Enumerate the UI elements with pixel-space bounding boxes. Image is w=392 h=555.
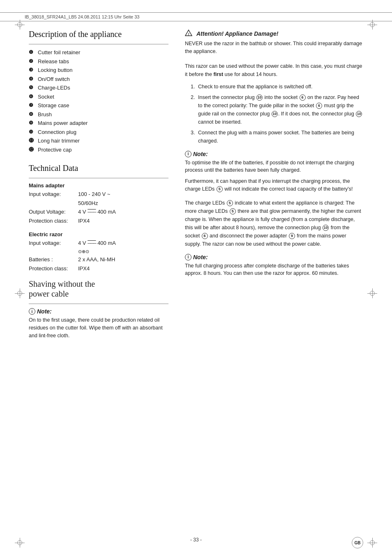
input-voltage-row: Input voltage: 100 - 240 V ~ xyxy=(29,190,168,198)
reg-mark-mid-left xyxy=(15,288,25,298)
item-label: Locking button xyxy=(38,66,73,74)
attention-title: Attention! Appliance Damage! xyxy=(196,30,278,37)
list-item: ❶ Cutter foil retainer xyxy=(29,48,168,57)
item-label: On/Off switch xyxy=(38,75,70,83)
header-bar: IB_38018_SFR24A1_LB5 24.08.2011 12:15 Uh… xyxy=(0,12,392,21)
item-label: Cutter foil retainer xyxy=(38,48,80,57)
input-voltage-label: Input voltage: xyxy=(29,190,78,198)
circled-5b: 5 xyxy=(227,200,233,206)
note-text-2: The full charging process after complete… xyxy=(185,262,363,278)
item-label: Brush xyxy=(38,111,52,119)
item-number: ❻ xyxy=(29,93,38,100)
output-voltage-label: Output Voltage: xyxy=(29,208,78,216)
technical-title: Technical Data xyxy=(29,164,168,173)
razor-input-row: Input voltage: 4 V ─── 400 mA xyxy=(29,239,168,247)
electric-razor-title: Electric razor xyxy=(29,231,168,237)
page-container: IB_38018_SFR24A1_LB5 24.08.2011 12:15 Uh… xyxy=(0,12,392,555)
list-item: ❽ Brush xyxy=(29,111,168,119)
circled-6b: 6 xyxy=(316,103,322,109)
item-label: Protective cap xyxy=(38,146,71,154)
list-item: ❸ Locking button xyxy=(29,66,168,74)
step-2: Insert the connector plug 10 into the so… xyxy=(191,93,363,126)
page-number: - 33 - xyxy=(190,537,202,543)
shaving-title: Shaving without the power cable xyxy=(29,279,168,299)
battery-symbol: ⊙⊕⊙ xyxy=(78,248,89,255)
note-header-2: i Note: xyxy=(185,254,363,260)
right-column: ! Attention! Appliance Damage! NEVER use… xyxy=(185,30,363,345)
svg-text:!: ! xyxy=(188,32,189,36)
output-voltage-row: Output Voltage: 4 V ─── 400 mA xyxy=(29,208,168,216)
shaving-divider xyxy=(29,304,168,304)
gb-badge: GB xyxy=(352,537,363,548)
protection-class-row: Protection class: IPX4 xyxy=(29,217,168,225)
circled-10c: 10 xyxy=(356,111,362,117)
note-text: On to the first usage, there could be pr… xyxy=(29,316,168,339)
shaving-section: Shaving without the power cable i Note: … xyxy=(29,279,168,339)
step-3: Connect the plug with a mains power sock… xyxy=(191,129,363,145)
item-label: Socket xyxy=(38,93,54,101)
note-text-1a: To optimise the life of the batteries, i… xyxy=(185,159,363,175)
item-label: Mains power adapter xyxy=(38,119,88,127)
mains-adapter-title: Mains adapter xyxy=(29,182,168,189)
reg-mark-mid-right xyxy=(367,288,377,298)
circled-6c: 6 xyxy=(202,233,208,239)
circled-9: 9 xyxy=(289,233,295,239)
mains-adapter-section: Mains adapter Input voltage: 100 - 240 V… xyxy=(29,182,168,225)
list-item: ⓬ Protective cap xyxy=(29,146,168,154)
item-number: ❸ xyxy=(29,66,38,74)
batteries-label: Batteries : xyxy=(29,256,78,264)
razor-protection-value: IPX4 xyxy=(78,265,90,273)
note-label-1: Note: xyxy=(193,151,208,157)
circled-10b: 10 xyxy=(272,111,278,117)
list-item: ❿ Connection plug xyxy=(29,128,168,136)
battery-symbol-row: ⊙⊕⊙ xyxy=(29,248,168,255)
razor-protection-row: Protection class: IPX4 xyxy=(29,265,168,273)
list-item: ❷ Release tabs xyxy=(29,58,168,66)
item-number: ❹ xyxy=(29,75,38,83)
note-label-2: Note: xyxy=(193,254,208,260)
item-number: ❾ xyxy=(29,119,38,127)
reg-mark-top-left xyxy=(15,20,25,30)
circled-10d: 10 xyxy=(323,225,329,231)
page-footer: - 33 - GB xyxy=(0,537,392,543)
list-item: ❺ Charge-LEDs xyxy=(29,84,168,92)
circled-5c: 5 xyxy=(230,208,236,214)
item-number: ❷ xyxy=(29,58,38,65)
circled-5: 5 xyxy=(217,186,223,192)
output-voltage-value: 4 V ─── 400 mA xyxy=(78,208,116,216)
note-block-2: i Note: The full charging process after … xyxy=(185,254,363,278)
note-text-1b: Furthermore, it can happen that if you i… xyxy=(185,177,363,193)
body-text-1: This razor can be used without the power… xyxy=(185,62,363,78)
warning-triangle-icon: ! xyxy=(185,30,192,37)
razor-input-label: Input voltage: xyxy=(29,239,78,247)
left-column: Description of the appliance ❶ Cutter fo… xyxy=(29,30,168,345)
note-icon-1: i xyxy=(185,151,191,157)
note-header: i Note: xyxy=(29,308,168,315)
input-voltage-value2: 50/60Hz xyxy=(78,199,98,207)
circled-10: 10 xyxy=(256,94,263,101)
input-voltage-row2: 50/60Hz xyxy=(29,199,168,207)
content-area: Description of the appliance ❶ Cutter fo… xyxy=(0,21,392,370)
item-label: Connection plug xyxy=(38,128,76,136)
file-info: IB_38018_SFR24A1_LB5 24.08.2011 12:15 Uh… xyxy=(25,14,140,19)
description-list: ❶ Cutter foil retainer ❷ Release tabs ❸ … xyxy=(29,48,168,154)
list-item: ⓫ Long hair trimmer xyxy=(29,137,168,145)
list-item: ❾ Mains power adapter xyxy=(29,119,168,127)
body-text-2: The charge LEDs 5 indicate to what exten… xyxy=(185,199,363,248)
item-label: Long hair trimmer xyxy=(38,137,80,145)
item-number: ❽ xyxy=(29,111,38,118)
item-number: ❺ xyxy=(29,84,38,91)
item-number: ⓫ xyxy=(29,137,38,144)
item-label: Release tabs xyxy=(38,58,69,66)
batteries-value: 2 x AAA, Ni-MH xyxy=(78,256,115,264)
spacer2 xyxy=(29,248,78,255)
list-item: ❼ Storage case xyxy=(29,101,168,110)
item-label: Charge-LEDs xyxy=(38,84,70,92)
batteries-row: Batteries : 2 x AAA, Ni-MH xyxy=(29,256,168,264)
item-number: ⓬ xyxy=(29,146,38,153)
technical-divider xyxy=(29,178,168,178)
item-number: ❶ xyxy=(29,48,38,56)
note-header-1: i Note: xyxy=(185,151,363,157)
technical-section: Mains adapter Input voltage: 100 - 240 V… xyxy=(29,182,168,272)
protection-class-value: IPX4 xyxy=(78,217,90,225)
